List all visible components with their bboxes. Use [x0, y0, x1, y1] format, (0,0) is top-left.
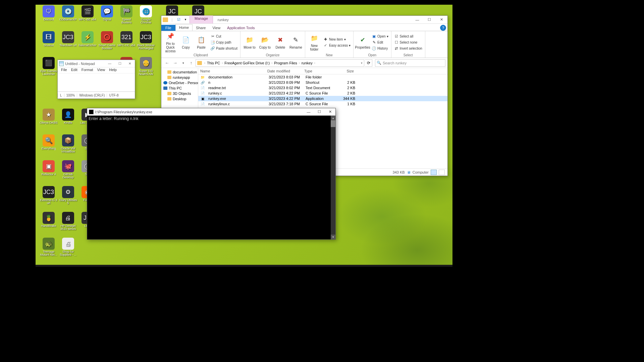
table-row[interactable]: 🔗n3/21/2023 8:09 PMShortcut2 KB: [198, 80, 447, 85]
refresh-button[interactable]: ⟳: [365, 59, 372, 67]
desktop-icon[interactable]: 👤Kindle: [58, 108, 78, 133]
desktop-icon[interactable]: 🔍Everything: [39, 134, 58, 159]
taskbar[interactable]: [36, 265, 452, 267]
edit-button[interactable]: ✎Edit: [371, 40, 389, 45]
sidebar-item[interactable]: Desktop: [161, 96, 198, 102]
invert-selection-button[interactable]: ⇄Invert selection: [393, 46, 423, 51]
crumb-runkey[interactable]: runkey: [302, 61, 313, 65]
select-none-button[interactable]: ☐Select none: [393, 40, 423, 45]
desktop-icon[interactable]: 🗨Discord: [39, 5, 58, 30]
close-button[interactable]: ✕: [125, 62, 135, 65]
tab-share[interactable]: Share: [193, 25, 209, 31]
copy-to-button[interactable]: 📂Copy to: [258, 36, 272, 49]
scroll-thumb[interactable]: [331, 120, 335, 127]
close-button[interactable]: ✕: [435, 16, 447, 24]
details-view-button[interactable]: [431, 170, 437, 175]
maximize-button[interactable]: ☐: [423, 16, 435, 24]
select-all-button[interactable]: ☑Select all: [393, 34, 423, 39]
qat-properties[interactable]: ☑: [176, 17, 181, 22]
sidebar-item[interactable]: This PC: [161, 85, 198, 91]
forward-button[interactable]: →: [171, 59, 179, 67]
col-date[interactable]: Date modified: [265, 68, 302, 74]
desktop-icon[interactable]: 🎬MPC-BE x64: [78, 5, 97, 30]
rename-button[interactable]: ✎Rename: [289, 36, 303, 49]
properties-button[interactable]: ✔Properties: [356, 36, 370, 49]
delete-button[interactable]: ✖Delete: [273, 36, 287, 49]
copy-path-button[interactable]: 📑Copy path: [210, 40, 238, 45]
table-row[interactable]: 📁documentation3/21/2023 8:03 PMFile fold…: [198, 74, 447, 80]
desktop-icon[interactable]: ⭕Smart Game Booster: [97, 31, 117, 56]
desktop-icon[interactable]: 🎞Shotcut: [39, 31, 58, 56]
notepad-textarea[interactable]: [58, 73, 135, 92]
table-row[interactable]: 📄runkeylinux.c3/21/2023 7:18 PMC Source …: [198, 101, 447, 107]
search-input[interactable]: 🔍 Search runkey: [375, 59, 445, 67]
pin-to-quick-access-button[interactable]: 📌Pin to Quick access: [163, 32, 177, 53]
desktop-icon[interactable]: 321MPC-HC x64: [117, 31, 136, 56]
desktop-icon[interactable]: 🍍HandBrake: [39, 211, 58, 236]
desktop-icon[interactable]: 🐙GitHub Desktop: [58, 160, 78, 185]
desktop-icon[interactable]: ⬛Epic Games Launcher: [39, 56, 58, 81]
desktop-icon[interactable]: 🐢Teenage Mutant Nin...: [39, 237, 58, 262]
menu-format[interactable]: Format: [79, 67, 95, 73]
tab-file[interactable]: File: [161, 25, 175, 31]
crumb-this-pc[interactable]: This PC: [207, 61, 220, 65]
cut-button[interactable]: ✂Cut: [210, 34, 238, 39]
new-folder-button[interactable]: 📁New folder: [307, 34, 321, 51]
desktop-icon[interactable]: 💿CDBurnerXP: [58, 5, 78, 30]
breadcrumb-dropdown-icon[interactable]: ▾: [361, 61, 363, 65]
maximize-button[interactable]: ☐: [314, 110, 325, 114]
new-item-button[interactable]: ✚New item ▾: [323, 37, 351, 42]
recent-dropdown[interactable]: ▾: [179, 59, 187, 67]
minimize-button[interactable]: ―: [105, 62, 115, 65]
desktop-icon[interactable]: 💬Signal: [97, 5, 117, 30]
help-button[interactable]: ?: [440, 25, 446, 31]
tab-application-tools[interactable]: Application Tools: [224, 25, 258, 31]
breadcrumb[interactable]: › This PC › FreeAgent GoFlex Drive (I:) …: [196, 59, 364, 67]
up-button[interactable]: ↑: [187, 59, 195, 67]
scroll-down-icon[interactable]: ▾: [331, 235, 335, 239]
desktop-icon[interactable]: ⚙Glary Utilities 5: [58, 185, 78, 210]
desktop-icon[interactable]: JC3Extreme-G 3 url: [39, 185, 58, 210]
back-button[interactable]: ←: [163, 59, 171, 67]
sidebar-item[interactable]: 3D Objects: [161, 91, 198, 96]
menu-edit[interactable]: Edit: [69, 67, 79, 73]
copy-button[interactable]: 📄Copy: [179, 36, 193, 49]
history-button[interactable]: 🕑History: [371, 46, 389, 51]
tab-view[interactable]: View: [209, 25, 224, 31]
col-name[interactable]: Name: [198, 68, 265, 74]
console-scrollbar[interactable]: ▴ ▾: [331, 116, 335, 239]
paste-shortcut-button[interactable]: 🔗Paste shortcut: [210, 46, 238, 51]
col-type[interactable]: Type: [302, 68, 336, 74]
close-button[interactable]: ✕: [325, 110, 335, 114]
paste-button[interactable]: 📋Paste: [194, 36, 208, 49]
easy-access-button[interactable]: ✓Easy access ▾: [323, 43, 351, 48]
table-row[interactable]: 📄readme.txt3/21/2023 8:02 PMText Documen…: [198, 85, 447, 90]
minimize-button[interactable]: ―: [411, 16, 423, 24]
menu-help[interactable]: Help: [107, 67, 119, 73]
menu-view[interactable]: View: [95, 67, 107, 73]
menu-file[interactable]: File: [59, 67, 69, 73]
desktop-icon[interactable]: 📦Oracle VM VirtualBox: [58, 134, 78, 159]
qat-dropdown-icon[interactable]: ▼: [183, 17, 188, 22]
sidebar-item[interactable]: documentation: [161, 69, 198, 75]
notepad-titlebar[interactable]: Untitled - Notepad ― ☐ ✕: [58, 60, 135, 67]
desktop-icon[interactable]: JC3Teardown url: [58, 31, 78, 56]
sidebar-item[interactable]: OneDrive - Person: [161, 80, 198, 85]
console-titlebar[interactable]: I:\Program Files\runkey\runkey.exe ― ☐ ✕: [87, 108, 335, 116]
sidebar-item[interactable]: runkeyapp: [161, 75, 198, 80]
desktop-icon[interactable]: ⚡balenaEtcher: [78, 31, 97, 56]
desktop-icon[interactable]: 👴Super 3-D Noah's Ark: [136, 56, 156, 81]
explorer-titlebar[interactable]: | ☑ ▼ Manage runkey ― ☐ ✕: [161, 16, 447, 24]
scroll-up-icon[interactable]: ▴: [331, 116, 335, 120]
move-to-button[interactable]: 📁Move to: [243, 36, 257, 49]
minimize-button[interactable]: ―: [303, 110, 314, 114]
col-size[interactable]: Size: [336, 68, 356, 74]
maximize-button[interactable]: ☐: [115, 62, 125, 65]
table-row[interactable]: ▣runkey.exe3/21/2023 4:22 PMApplication3…: [198, 96, 447, 101]
crumb-drive[interactable]: FreeAgent GoFlex Drive (I:): [224, 61, 270, 65]
scroll-track[interactable]: [331, 127, 335, 235]
console-output[interactable]: Enter a letter: Running n.lnk ▴ ▾: [87, 116, 335, 239]
desktop-icon[interactable]: 🏁Speed Busters: [117, 5, 136, 30]
desktop-icon[interactable]: 🖨HP Deskjet 3510 series: [58, 211, 78, 236]
desktop-icon[interactable]: 🖨Shop for Supplies - ...: [58, 237, 78, 262]
